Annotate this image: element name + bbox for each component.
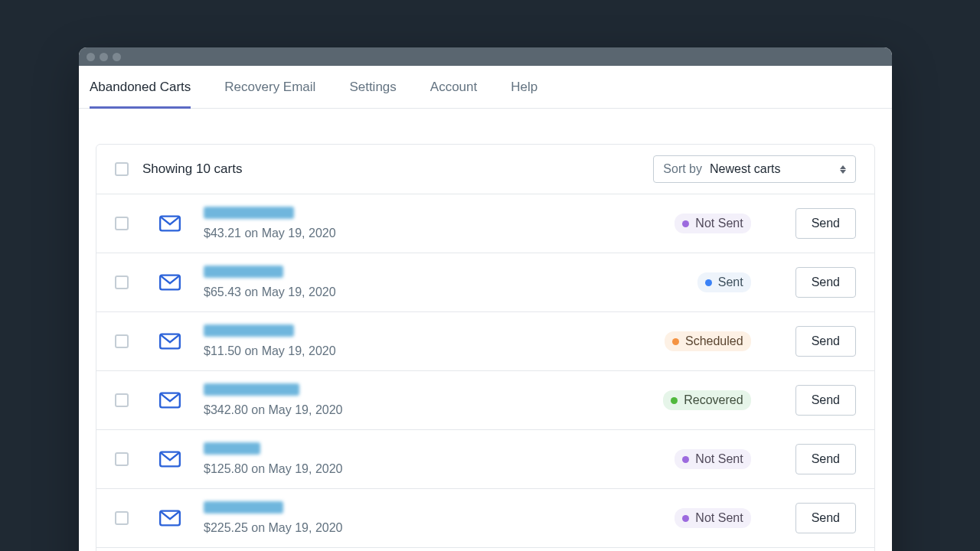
tab-recovery-email[interactable]: Recovery Email [224,66,315,109]
cart-row: $65.43 on May 19, 2020SentSend [96,253,874,312]
customer-name-redacted [204,501,283,514]
cart-amount-date: $125.80 on May 19, 2020 [204,462,661,476]
cart-amount-date: $342.80 on May 19, 2020 [204,403,649,417]
customer-name-redacted [204,266,283,278]
customer-name-redacted [204,207,294,219]
app-window: Abandoned Carts Recovery Email Settings … [79,47,892,551]
status-text: Recovered [684,393,743,407]
cart-row: $225.25 on May 19, 2020Not SentSend [96,489,874,548]
sort-label: Sort by [663,162,702,176]
tab-abandoned-carts[interactable]: Abandoned Carts [90,66,191,109]
cart-amount-date: $65.43 on May 19, 2020 [204,285,684,299]
sort-value: Newest carts [710,162,832,176]
panel-header: Showing 10 carts Sort by Newest carts [96,145,874,194]
carts-panel: Showing 10 carts Sort by Newest carts $4… [96,144,875,551]
cart-row: $342.80 on May 19, 2020RecoveredSend [96,371,874,430]
status-dot-icon [705,279,712,286]
row-info: $65.43 on May 19, 2020 [204,266,684,299]
window-titlebar [79,47,892,66]
main-content: Showing 10 carts Sort by Newest carts $4… [79,109,892,551]
status-dot-icon [682,515,689,522]
status-badge: Scheduled [665,331,751,351]
status-dot-icon [672,338,679,345]
status-badge: Not Sent [675,214,750,233]
row-checkbox[interactable] [115,217,129,230]
cart-amount-date: $225.25 on May 19, 2020 [204,521,661,535]
tab-settings[interactable]: Settings [349,66,396,109]
status-text: Sent [718,276,743,289]
send-button[interactable]: Send [795,267,856,298]
row-info: $43.21 on May 19, 2020 [204,207,661,240]
cart-list: $43.21 on May 19, 2020Not SentSend $65.4… [96,194,874,551]
mail-icon[interactable] [159,451,181,468]
row-checkbox[interactable] [115,276,129,289]
status-text: Scheduled [685,334,743,348]
send-button[interactable]: Send [795,503,856,533]
status-badge: Recovered [663,390,750,410]
mail-icon[interactable] [159,215,181,232]
showing-count: Showing 10 carts [142,161,639,177]
cart-amount-date: $11.50 on May 19, 2020 [204,344,651,358]
close-icon[interactable] [87,53,95,61]
customer-name-redacted [204,383,299,396]
send-button[interactable]: Send [795,385,856,416]
row-checkbox[interactable] [115,452,129,466]
select-all-checkbox[interactable] [115,162,129,176]
send-button[interactable]: Send [795,208,856,239]
row-info: $11.50 on May 19, 2020 [204,324,651,358]
mail-icon[interactable] [159,333,181,350]
status-text: Not Sent [695,217,743,230]
cart-amount-date: $43.21 on May 19, 2020 [204,227,661,240]
status-text: Not Sent [695,511,743,525]
maximize-icon[interactable] [113,53,121,61]
customer-name-redacted [204,324,294,337]
status-dot-icon [682,456,689,463]
send-button[interactable]: Send [795,326,856,357]
sort-dropdown[interactable]: Sort by Newest carts [653,155,856,183]
row-info: $125.80 on May 19, 2020 [204,442,661,476]
mail-icon[interactable] [159,392,181,409]
cart-row: $11.50 on May 19, 2020ScheduledSend [96,312,874,371]
row-info: $342.80 on May 19, 2020 [204,383,649,417]
cart-row: on May 19, 2020Not SentSend [96,548,874,551]
minimize-icon[interactable] [100,53,108,61]
tab-help[interactable]: Help [511,66,537,109]
status-badge: Not Sent [675,508,750,528]
send-button[interactable]: Send [795,444,856,474]
status-badge: Not Sent [675,449,750,469]
mail-icon[interactable] [159,274,181,291]
tab-account[interactable]: Account [430,66,477,109]
status-dot-icon [671,397,678,404]
cart-row: $43.21 on May 19, 2020Not SentSend [96,194,874,253]
sort-caret-icon [840,165,846,174]
cart-row: $125.80 on May 19, 2020Not SentSend [96,430,874,489]
row-checkbox[interactable] [115,511,129,525]
mail-icon[interactable] [159,510,181,527]
customer-name-redacted [204,442,260,455]
status-dot-icon [682,220,689,227]
nav-tabs: Abandoned Carts Recovery Email Settings … [79,66,892,109]
status-badge: Sent [697,272,751,292]
row-checkbox[interactable] [115,334,129,348]
row-checkbox[interactable] [115,393,129,407]
status-text: Not Sent [695,452,743,466]
row-info: $225.25 on May 19, 2020 [204,501,661,535]
